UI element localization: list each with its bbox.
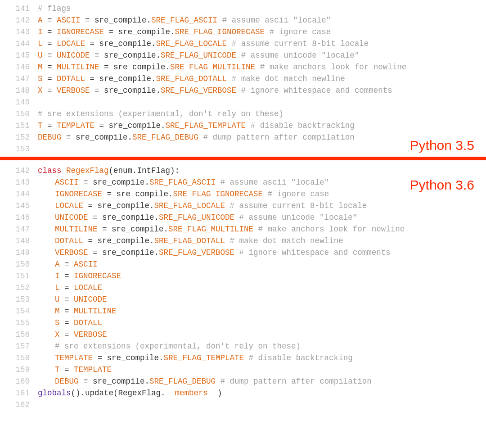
code-block-python36: Python 3.6 142class RegexFlag(enum.IntFl… xyxy=(0,160,486,415)
token: S xyxy=(55,318,60,327)
code-line: 149VERBOSE = sre_compile.SRE_FLAG_VERBOS… xyxy=(8,247,482,258)
token: # sre extensions (experimental, don't re… xyxy=(38,109,284,118)
line-number: 142 xyxy=(8,14,38,26)
token: = sre_compile. xyxy=(85,39,156,48)
token: = sre_compile. xyxy=(79,178,150,187)
token: = sre_compile. xyxy=(94,121,166,130)
line-number: 150 xyxy=(8,258,38,270)
token: UNICODE xyxy=(74,295,107,304)
token: ASCII xyxy=(57,16,81,25)
token: = xyxy=(60,272,74,281)
line-number: 142 xyxy=(8,165,38,176)
token: SRE_FLAG_LOCALE xyxy=(156,39,227,48)
code-line: 149 xyxy=(8,96,482,108)
token: TEMPLATE xyxy=(55,353,93,362)
code-line: 147S = DOTALL = sre_compile.SRE_FLAG_DOT… xyxy=(8,73,482,85)
token: # assume current 8-bit locale xyxy=(230,201,367,210)
token: U xyxy=(55,295,60,304)
code-content: S = DOTALL = sre_compile.SRE_FLAG_DOTALL… xyxy=(38,73,482,85)
token: LOCALE xyxy=(57,39,85,48)
token: # disable backtracking xyxy=(249,353,353,362)
token: M xyxy=(55,307,60,316)
token: SRE_FLAG_DEBUG xyxy=(132,133,198,142)
token: MULTILINE xyxy=(74,307,117,316)
code-content: M = MULTILINE = sre_compile.SRE_FLAG_MUL… xyxy=(38,61,482,73)
code-content: A = ASCII xyxy=(38,258,482,270)
code-line: 146M = MULTILINE = sre_compile.SRE_FLAG_… xyxy=(8,61,482,73)
token: DEBUG xyxy=(55,377,79,386)
token xyxy=(225,201,230,210)
code-line: 148X = VERBOSE = sre_compile.SRE_FLAG_VE… xyxy=(8,85,482,96)
code-line: 157# sre extensions (experimental, don't… xyxy=(8,340,482,352)
token: = xyxy=(43,86,57,95)
token: # dump pattern after compilation xyxy=(220,377,372,386)
line-number: 147 xyxy=(8,73,38,85)
code-content: DEBUG = sre_compile.SRE_FLAG_DEBUG # dum… xyxy=(38,376,482,387)
token: I xyxy=(55,272,60,281)
line-number: 156 xyxy=(8,329,38,340)
token: = sre_compile. xyxy=(104,27,175,36)
token: = sre_compile. xyxy=(62,133,133,142)
token: RegexFlag xyxy=(66,166,109,175)
code-line: 160DEBUG = sre_compile.SRE_FLAG_DEBUG # … xyxy=(8,376,482,387)
token xyxy=(227,39,232,48)
code-line: 142A = ASCII = sre_compile.SRE_FLAG_ASCI… xyxy=(8,14,482,26)
code-line: 150# sre extensions (experimental, don't… xyxy=(8,108,482,120)
code-line: 156X = VERBOSE xyxy=(8,329,482,340)
code-content: I = IGNORECASE = sre_compile.SRE_FLAG_IG… xyxy=(38,26,482,38)
token: SRE_FLAG_TEMPLATE xyxy=(164,353,244,362)
token: # flags xyxy=(38,4,71,13)
token xyxy=(234,213,239,222)
token: = sre_compile. xyxy=(83,236,154,245)
token: UNICODE xyxy=(57,51,90,60)
code-content: X = VERBOSE = sre_compile.SRE_FLAG_VERBO… xyxy=(38,85,482,96)
token: S xyxy=(38,74,43,83)
code-content: I = IGNORECASE xyxy=(38,270,482,282)
token: SRE_FLAG_UNICODE xyxy=(159,213,234,222)
line-number: 160 xyxy=(8,376,38,387)
token: SRE_FLAG_VERBOSE xyxy=(159,248,234,257)
code-line: 155S = DOTALL xyxy=(8,317,482,329)
token: = sre_compile. xyxy=(88,213,159,222)
line-number: 145 xyxy=(8,200,38,212)
token: LOCALE xyxy=(74,283,102,292)
token: = sre_compile. xyxy=(93,353,164,362)
token: SRE_FLAG_UNICODE xyxy=(161,51,236,60)
token: __members__ xyxy=(166,389,218,398)
token: IGNORECASE xyxy=(74,272,121,281)
token: DOTALL xyxy=(55,236,83,245)
code-line: 147MULTILINE = sre_compile.SRE_FLAG_MULT… xyxy=(8,223,482,235)
token xyxy=(253,225,258,234)
token: # assume unicode "locale" xyxy=(241,51,360,60)
token: # dump pattern after compilation xyxy=(203,133,355,142)
token: UNICODE xyxy=(55,213,88,222)
token: = sre_compile. xyxy=(98,225,169,234)
token: M xyxy=(38,63,43,72)
code-content: VERBOSE = sre_compile.SRE_FLAG_VERBOSE #… xyxy=(38,247,482,258)
token: = xyxy=(60,260,74,269)
token: T xyxy=(55,365,60,374)
code-content: UNICODE = sre_compile.SRE_FLAG_UNICODE #… xyxy=(38,212,482,223)
token: IGNORECASE xyxy=(55,190,102,199)
code-content: U = UNICODE = sre_compile.SRE_FLAG_UNICO… xyxy=(38,50,482,61)
token: I xyxy=(38,27,43,36)
code-line: 151I = IGNORECASE xyxy=(8,270,482,282)
token: # disable backtracking xyxy=(251,121,355,130)
code-line: 143I = IGNORECASE = sre_compile.SRE_FLAG… xyxy=(8,26,482,38)
line-number: 158 xyxy=(8,352,38,364)
token: T xyxy=(38,121,43,130)
token: MULTILINE xyxy=(55,225,98,234)
line-number: 150 xyxy=(8,108,38,120)
token xyxy=(227,74,232,83)
token: VERBOSE xyxy=(55,248,88,257)
token: = xyxy=(60,318,74,327)
line-number: 161 xyxy=(8,387,38,399)
token: SRE_FLAG_IGNORECASE xyxy=(175,27,265,36)
token: SRE_FLAG_MULTILINE xyxy=(168,225,253,234)
code-line: 159T = TEMPLATE xyxy=(8,364,482,376)
token: TEMPLATE xyxy=(57,121,94,130)
token: SRE_FLAG_VERBOSE xyxy=(161,86,236,95)
code-content: L = LOCALE xyxy=(38,282,482,294)
token: # make dot match newline xyxy=(232,74,345,83)
token: = xyxy=(43,51,57,60)
